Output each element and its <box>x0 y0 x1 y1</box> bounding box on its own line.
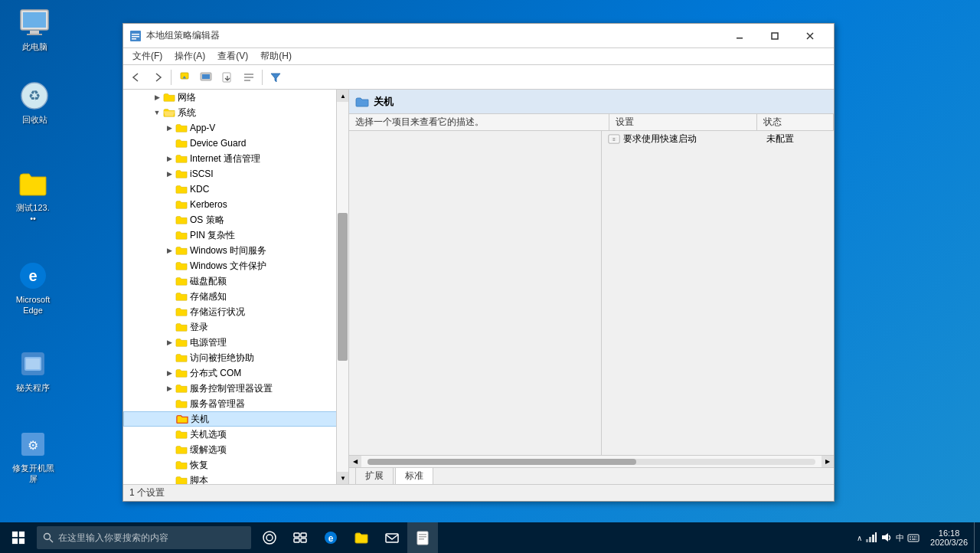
scroll-track[interactable] <box>337 102 348 472</box>
description-panel <box>349 131 602 455</box>
desktop-icon-this-pc[interactable]: 此电脑 <box>8 8 61 52</box>
tree-item-win-time[interactable]: ▶ Windows 时间服务 <box>123 243 348 258</box>
forward-button[interactable] <box>148 67 168 87</box>
tree-item-dist-com[interactable]: ▶ 分布式 COM <box>123 365 348 381</box>
tree-item-pin[interactable]: PIN 复杂性 <box>123 227 348 243</box>
close-button[interactable] <box>792 24 828 48</box>
tree-item-kerberos[interactable]: Kerberos <box>123 197 348 212</box>
minimize-button[interactable] <box>722 24 757 48</box>
tree-item-storage-status[interactable]: 存储运行状况 <box>123 304 348 319</box>
menu-help[interactable]: 帮助(H) <box>254 48 298 64</box>
tree-item-shutdown[interactable]: 关机 <box>123 411 348 427</box>
tree-item-system[interactable]: ▼ 系统 <box>123 105 348 120</box>
h-scroll-thumb[interactable] <box>368 459 636 465</box>
desktop-icon-secret[interactable]: 秘关程序 <box>6 348 60 393</box>
export-button[interactable] <box>217 67 237 87</box>
scroll-up-arrow[interactable]: ▲ <box>337 90 349 102</box>
clock[interactable]: 16:18 2020/3/26 <box>924 528 974 547</box>
tree-expander[interactable]: ▶ <box>163 336 175 348</box>
menu-file[interactable]: 文件(F) <box>126 48 168 64</box>
tree-item-iscsi[interactable]: ▶ iSCSI <box>123 166 348 182</box>
tree-expander[interactable]: ▶ <box>163 367 175 379</box>
filter-button[interactable] <box>266 67 286 87</box>
tree-expander[interactable]: ▶ <box>163 168 175 180</box>
scroll-left-arrow[interactable]: ◀ <box>349 456 361 468</box>
menu-view[interactable]: 查看(V) <box>211 48 254 64</box>
h-scroll-track[interactable] <box>368 459 815 465</box>
desktop-icon-recycle[interactable]: ♻ 回收站 <box>8 80 61 125</box>
tree-item-troubleshoot[interactable]: 缓解选项 <box>123 442 348 457</box>
bottom-tabs: 扩展 标准 <box>349 467 834 484</box>
tree-expander[interactable]: ▶ <box>151 91 163 103</box>
systray-arrow[interactable]: ∧ <box>857 534 862 542</box>
show-action-button[interactable] <box>239 67 259 87</box>
back-button[interactable] <box>126 67 146 87</box>
svg-line-37 <box>50 539 53 542</box>
maximize-button[interactable] <box>757 24 792 48</box>
date: 2020/3/26 <box>930 538 968 547</box>
search-input[interactable] <box>58 532 227 543</box>
settings-list[interactable]: ≡ 要求使用快速启动 未配置 <box>602 131 834 455</box>
taskbar-task-view[interactable] <box>285 522 315 553</box>
up-button[interactable] <box>175 67 194 87</box>
tree-item-win-file[interactable]: Windows 文件保护 <box>123 258 348 273</box>
tree-item-shutdown-opts[interactable]: 关机选项 <box>123 427 348 442</box>
tree-item-disk[interactable]: 磁盘配额 <box>123 273 348 289</box>
tree-item-kdc[interactable]: KDC <box>123 182 348 197</box>
taskbar-notepad[interactable] <box>407 522 438 553</box>
horizontal-scrollbar[interactable]: ◀ ▶ <box>349 455 834 467</box>
tree-item-internet[interactable]: ▶ Internet 通信管理 <box>123 151 348 166</box>
desktop-icon-label: 回收站 <box>22 114 47 125</box>
taskbar-edge[interactable]: e <box>315 522 346 553</box>
col-status-header[interactable]: 状态 <box>757 114 834 130</box>
right-header-folder-icon <box>355 96 369 108</box>
tree-item-scripts[interactable]: 脚本 <box>123 473 348 484</box>
tree-item-recovery[interactable]: 恢复 <box>123 457 348 473</box>
folder-icon <box>175 214 188 225</box>
show-desktop-button[interactable] <box>974 522 980 553</box>
tree-expander-system[interactable]: ▼ <box>151 106 163 119</box>
show-console-button[interactable] <box>196 67 216 87</box>
tree-item-app-v[interactable]: ▶ App-V <box>123 120 348 136</box>
taskbar-cortana[interactable] <box>254 522 285 553</box>
tree-expander[interactable]: ▶ <box>163 382 175 394</box>
scroll-thumb[interactable] <box>338 213 348 361</box>
folder-icon <box>175 460 188 470</box>
tree-item-power[interactable]: ▶ 电源管理 <box>123 335 348 350</box>
tree-item-access-denied[interactable]: 访问被拒绝协助 <box>123 350 348 365</box>
scroll-down-arrow[interactable]: ▼ <box>337 472 349 484</box>
tree-expander-empty <box>163 321 175 333</box>
lang-indicator[interactable]: 中 <box>896 532 904 544</box>
folder-icon <box>175 322 188 332</box>
start-button[interactable] <box>0 522 37 553</box>
tree-item-login[interactable]: 登录 <box>123 319 348 335</box>
desktop-icon-restore[interactable]: ⚙ 修复开机黑 屏 <box>6 429 60 485</box>
tree-item-service-ctrl[interactable]: ▶ 服务控制管理器设置 <box>123 381 348 396</box>
tree-item-storage-sense[interactable]: 存储感知 <box>123 289 348 304</box>
tree-item-service-mgr[interactable]: 服务器管理器 <box>123 396 348 411</box>
tree-expander[interactable]: ▶ <box>163 244 175 257</box>
folder-icon <box>175 260 188 271</box>
folder-icon <box>175 276 188 286</box>
menu-action[interactable]: 操作(A) <box>168 48 211 64</box>
restore-icon: ⚙ <box>18 429 48 460</box>
tree-item-network[interactable]: ▶ 网络 <box>123 90 348 105</box>
settings-table: ≡ 要求使用快速启动 未配置 <box>602 131 834 148</box>
folder-icon <box>175 429 188 440</box>
col-setting-header[interactable]: 设置 <box>609 114 757 130</box>
tree-item-device-guard[interactable]: Device Guard <box>123 136 348 151</box>
taskbar-mail[interactable] <box>377 522 407 553</box>
tab-standard[interactable]: 标准 <box>395 467 433 484</box>
table-row[interactable]: ≡ 要求使用快速启动 未配置 <box>602 131 834 148</box>
taskbar-search[interactable] <box>37 526 251 549</box>
tab-expand[interactable]: 扩展 <box>355 467 394 484</box>
tree-expander[interactable]: ▶ <box>163 152 175 165</box>
tree-pane[interactable]: ▶ 网络 ▼ 系统 ▶ <box>123 90 349 484</box>
taskbar-files[interactable] <box>346 522 377 553</box>
desktop-icon-folder[interactable]: 测试123. •• <box>6 169 60 224</box>
desktop-icon-edge[interactable]: e Microsoft Edge <box>6 260 60 316</box>
tree-scrollbar[interactable]: ▲ ▼ <box>336 90 348 484</box>
tree-expander[interactable]: ▶ <box>163 122 175 134</box>
scroll-right-arrow[interactable]: ▶ <box>822 456 834 468</box>
tree-item-os-policy[interactable]: OS 策略 <box>123 212 348 227</box>
